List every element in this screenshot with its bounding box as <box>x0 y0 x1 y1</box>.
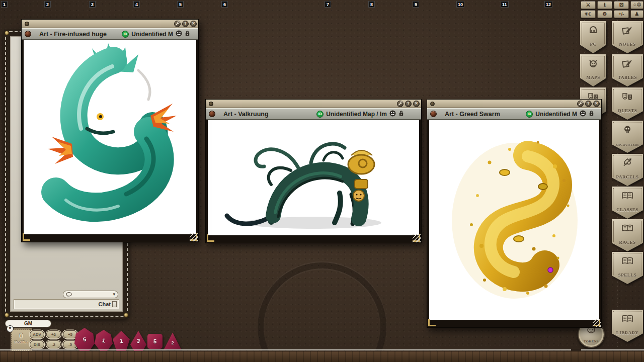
close-button[interactable]: ✕ <box>413 101 420 107</box>
close-button[interactable]: ✕ <box>593 101 600 107</box>
plus2-pill[interactable]: +2 <box>46 330 61 338</box>
help-button[interactable]: ? <box>585 101 592 107</box>
resize-grip[interactable] <box>413 234 421 242</box>
window-titlebar[interactable]: Art - Valkruung ID Unidentified Map / Im <box>206 108 421 120</box>
d10-die[interactable]: 1 <box>113 331 130 351</box>
sidebar-item-pc[interactable]: PC <box>580 21 606 53</box>
gear-icon: ⚙ <box>603 12 607 17</box>
chevron-down-icon: ▾ <box>113 292 115 297</box>
hotkey-slot-2[interactable]: 2 <box>44 1 51 8</box>
figure-button[interactable]: ♟ <box>630 10 643 18</box>
visibility-mask-icon[interactable] <box>176 30 182 39</box>
d12-die[interactable]: 1 <box>95 330 113 351</box>
hotkey-slot-9[interactable]: 9 <box>413 1 419 8</box>
pin-button[interactable] <box>577 101 584 107</box>
rivet <box>5 313 9 317</box>
sidebar-item-label: TABLES <box>612 75 643 80</box>
radial-menu-star-button[interactable]: * <box>7 325 14 332</box>
hotkey-slot-12[interactable]: 12 <box>544 1 552 8</box>
hotkey-slot-6[interactable]: 6 <box>221 1 228 8</box>
visibility-mask-icon[interactable] <box>389 110 396 119</box>
hotbar-divider <box>0 349 644 350</box>
lock-icon[interactable] <box>398 110 404 119</box>
hotkey-slot-7[interactable]: 7 <box>325 1 331 8</box>
help-button[interactable]: ? <box>182 21 189 27</box>
pin-button[interactable] <box>397 101 404 107</box>
modifier-label: Modifier <box>12 340 30 344</box>
sidebar-item-label: TOKENS <box>579 339 604 343</box>
party-info-icon: ℹ <box>604 3 606 8</box>
sidebar-item-classes[interactable]: CLASSES <box>612 187 643 219</box>
skull-icon <box>612 124 643 134</box>
image-content[interactable] <box>24 40 196 234</box>
d4-die[interactable]: 2 <box>164 332 181 350</box>
hotkey-slot-3[interactable]: 3 <box>89 1 96 8</box>
d20-die[interactable]: 5 <box>74 328 95 351</box>
d6-die[interactable]: 5 <box>147 334 163 349</box>
sidebar-item-spells[interactable]: SPELLS <box>612 252 643 284</box>
day-night-button[interactable]: ☀☾ <box>581 10 596 18</box>
pin-button[interactable] <box>174 21 181 27</box>
radial-menu-knob[interactable] <box>25 31 31 37</box>
hotkey-slot-10[interactable]: 10 <box>456 1 464 8</box>
resize-grip[interactable] <box>593 319 601 327</box>
dice-bag-icon: ⚄ <box>619 3 624 8</box>
hotkey-slot-8[interactable]: 8 <box>368 1 375 8</box>
sidebar-item-maps[interactable]: MAPS <box>580 54 606 86</box>
book-icon <box>612 223 643 233</box>
sidebar-item-library[interactable]: LIBRARY <box>612 310 643 342</box>
image-window-greed-swarm[interactable]: ? ✕ Art - Greed Swarm ID Unidentified M <box>427 99 602 328</box>
crossed-swords-button[interactable]: ⚔ <box>581 1 596 9</box>
close-button[interactable]: ✕ <box>190 21 197 27</box>
lock-icon[interactable] <box>589 110 594 119</box>
sidebar-item-label: LIBRARY <box>612 330 643 335</box>
book-icon <box>612 190 643 200</box>
dis-pill[interactable]: DIS <box>30 340 44 348</box>
options-button[interactable]: ⚙ <box>597 10 612 18</box>
chat-mode-dropdown[interactable]: ▾ <box>63 291 118 298</box>
image-window-valkruung[interactable]: ? ✕ Art - Valkruung ID Unidentified Map … <box>205 99 422 243</box>
window-frame-strip[interactable]: ? ✕ <box>206 100 421 108</box>
adv-pill[interactable]: ADV <box>30 330 44 338</box>
sidebar-item-label: PARCELS <box>612 174 643 179</box>
modifiers-button[interactable]: +/- <box>614 10 629 18</box>
hotkey-slot-5[interactable]: 5 <box>177 1 184 8</box>
window-handle-dot <box>209 102 213 106</box>
image-content[interactable] <box>208 120 419 235</box>
window-titlebar[interactable]: Art - Greed Swarm ID Unidentified M <box>427 108 601 120</box>
sidebar-item-notes[interactable]: NOTES <box>612 21 643 53</box>
wrench-icon <box>578 101 583 107</box>
window-frame-strip[interactable]: ? ✕ <box>427 100 601 108</box>
window-titlebar[interactable]: Art - Fire-infused huge ID Unidentified … <box>22 28 198 40</box>
dice-bag-button[interactable]: ⚄ <box>614 1 629 9</box>
radial-menu-knob[interactable] <box>209 111 215 117</box>
rivet <box>124 313 128 317</box>
sidebar-item-quests[interactable]: QUESTS <box>612 87 643 120</box>
party-info-button[interactable]: ℹ <box>597 1 612 9</box>
sidebar-item-tables[interactable]: TABLES <box>612 54 643 86</box>
lock-icon[interactable] <box>185 30 190 39</box>
minus2-pill[interactable]: -2 <box>46 340 61 348</box>
visibility-mask-icon[interactable] <box>580 110 586 119</box>
resize-grip[interactable] <box>190 233 198 241</box>
modifier-box[interactable]: 0 Modifier <box>11 329 31 351</box>
masks-button[interactable]: ☺☹ <box>630 1 643 9</box>
image-content[interactable] <box>429 120 599 320</box>
id-badge: ID <box>122 31 129 38</box>
d8-die[interactable]: 3 <box>130 331 147 351</box>
window-frame-strip[interactable]: ? ✕ <box>22 20 198 28</box>
id-badge: ID <box>316 111 324 118</box>
hotkey-bar[interactable] <box>0 351 644 362</box>
image-window-fire-infused[interactable]: ? ✕ Art - Fire-infused huge ID Unidentif… <box>21 19 199 242</box>
fire-elemental-art <box>24 40 196 234</box>
radial-menu-knob[interactable] <box>430 111 437 117</box>
sidebar-item-races[interactable]: RACES <box>612 219 643 251</box>
hotkey-slot-11[interactable]: 11 <box>501 1 509 8</box>
chat-input[interactable]: Chat <box>14 299 119 309</box>
sidebar-item-parcels[interactable]: PARCELS <box>612 154 643 186</box>
hotkey-slot-4[interactable]: 4 <box>133 1 140 8</box>
help-button[interactable]: ? <box>405 101 412 107</box>
hotkey-slot-1[interactable]: 1 <box>1 1 8 8</box>
crossed-swords-icon: ⚔ <box>586 3 591 8</box>
sidebar-item-encounters[interactable]: ENCOUNTERS <box>612 121 643 153</box>
